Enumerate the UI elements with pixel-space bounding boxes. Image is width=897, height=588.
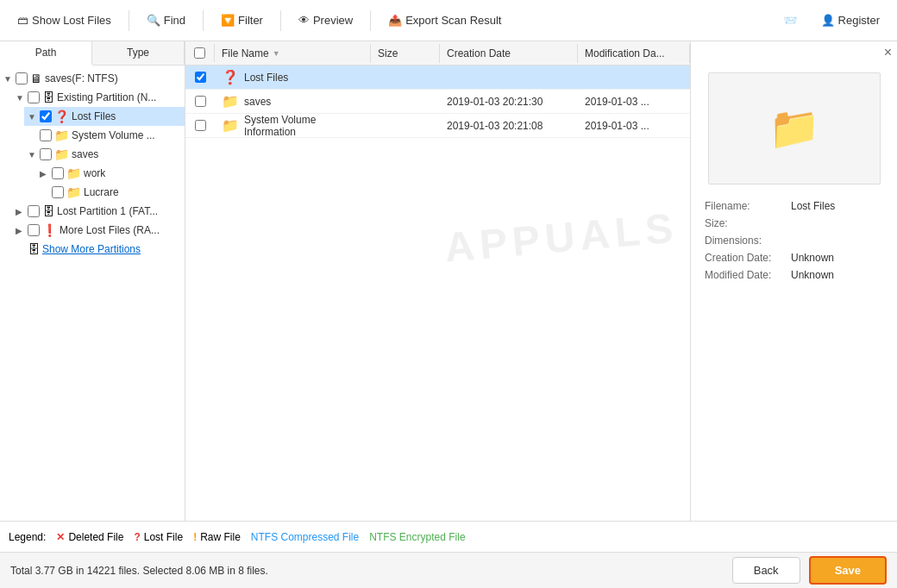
lost-partition-label: Lost Partition 1 (FAT... xyxy=(57,205,158,217)
legend-ntfs-compressed: NTFS Compressed File xyxy=(251,531,359,543)
expand-work[interactable]: ▶ xyxy=(40,169,52,178)
more-lost-label: More Lost Files (RA... xyxy=(60,224,160,236)
expand-root[interactable]: ▼ xyxy=(3,74,16,84)
preview-folder-icon: 📁 xyxy=(768,104,820,153)
main-area: Path Type ▼ 🖥 saves(F: NTFS) ▼ 🗄 Existin… xyxy=(0,41,897,521)
filename-value: Lost Files xyxy=(791,200,835,212)
legend-deleted: ✕ Deleted File xyxy=(56,531,123,543)
register-button[interactable]: 👤 Register xyxy=(812,10,888,30)
th-name[interactable]: File Name ▼ xyxy=(215,44,371,63)
toolbar: 🗃 Show Lost Files 🔍 Find 🔽 Filter 👁 Prev… xyxy=(0,0,897,41)
tree-row-show-more[interactable]: 🗄 Show More Partitions xyxy=(12,240,185,259)
separator-3 xyxy=(280,10,281,31)
export-label: Export Scan Result xyxy=(405,14,501,27)
tree-row-more-lost[interactable]: ▶ ❗ More Lost Files (RA... xyxy=(12,221,185,240)
partition-icon: 🗄 xyxy=(42,91,54,104)
export-button[interactable]: 📤 Export Scan Result xyxy=(380,10,510,30)
expand-more-lost[interactable]: ▶ xyxy=(16,226,28,235)
row0-check[interactable] xyxy=(185,68,215,86)
expand-existing[interactable]: ▼ xyxy=(16,93,28,103)
filter-icon: 🔽 xyxy=(221,14,235,27)
toolbar-right: 📨 👤 Register xyxy=(775,10,888,30)
tree-row-lost-partition[interactable]: ▶ 🗄 Lost Partition 1 (FAT... xyxy=(12,202,185,221)
bottom-bar: Total 3.77 GB in 14221 files. Selected 8… xyxy=(0,552,897,588)
expand-lost-partition[interactable]: ▶ xyxy=(16,207,28,216)
lost-partition-icon: 🗄 xyxy=(42,204,54,218)
row1-created: 2019-01-03 20:21:30 xyxy=(440,92,578,111)
sysvolume-label: System Volume ... xyxy=(72,129,155,141)
tab-bar: Path Type xyxy=(0,41,185,66)
lost-files-label: Lost Files xyxy=(72,110,116,122)
raw-label: Raw File xyxy=(200,531,241,543)
sort-arrow-name: ▼ xyxy=(273,49,280,58)
row2-checkbox[interactable] xyxy=(195,120,206,131)
table-row[interactable]: 📁 System Volume Information 2019-01-03 2… xyxy=(185,114,690,138)
save-button[interactable]: Save xyxy=(809,556,887,585)
file-list-area: File Name ▼ Size Creation Date Modificat… xyxy=(185,41,690,521)
preview-close[interactable]: × xyxy=(691,41,897,64)
filter-button[interactable]: 🔽 Filter xyxy=(212,10,272,30)
row1-modified: 2019-01-03 ... xyxy=(578,92,690,111)
check-more-lost[interactable] xyxy=(28,224,40,236)
tree-row-existing[interactable]: ▼ 🗄 Existing Partition (N... xyxy=(12,88,185,107)
preview-icon: 👁 xyxy=(298,14,310,27)
dimensions-label: Dimensions: xyxy=(705,235,791,247)
row0-checkbox[interactable] xyxy=(195,72,206,83)
close-icon[interactable]: × xyxy=(884,45,892,60)
check-sysvolume[interactable] xyxy=(40,129,52,141)
tab-path[interactable]: Path xyxy=(0,41,92,66)
th-modified[interactable]: Modification Da... xyxy=(578,44,690,63)
show-more-label[interactable]: Show More Partitions xyxy=(42,243,141,255)
lost-files-icon: ❓ xyxy=(54,109,69,123)
check-root[interactable] xyxy=(16,72,28,84)
tree-row-lost-files[interactable]: ▼ ❓ Lost Files xyxy=(24,107,185,126)
th-name-label: File Name xyxy=(222,47,269,59)
check-lucrare[interactable] xyxy=(52,186,64,198)
folder-lucrare-icon: 📁 xyxy=(66,185,81,199)
find-icon: 🔍 xyxy=(147,14,160,27)
back-button[interactable]: Back xyxy=(732,557,800,584)
row2-icon: 📁 xyxy=(222,117,239,134)
tree-row-saves[interactable]: ▼ 📁 saves xyxy=(24,145,185,164)
select-all-checkbox[interactable] xyxy=(194,47,205,59)
find-button[interactable]: 🔍 Find xyxy=(138,10,194,30)
row0-modified xyxy=(578,74,690,81)
table-row[interactable]: ❓ Lost Files xyxy=(185,66,690,90)
tree-row-lucrare[interactable]: 📁 Lucrare xyxy=(36,183,185,202)
row1-check[interactable] xyxy=(185,92,215,110)
check-lost-partition[interactable] xyxy=(28,205,40,217)
share-button[interactable]: 📨 xyxy=(775,10,806,30)
th-size[interactable]: Size xyxy=(371,44,440,63)
expand-saves[interactable]: ▼ xyxy=(28,150,40,160)
row2-check[interactable] xyxy=(185,116,215,134)
separator-4 xyxy=(370,10,371,31)
register-label: Register xyxy=(838,14,880,27)
expand-lost-files[interactable]: ▼ xyxy=(28,112,40,122)
tree-row-root[interactable]: ▼ 🖥 saves(F: NTFS) xyxy=(0,69,185,88)
check-lost-files[interactable] xyxy=(40,110,52,122)
check-saves[interactable] xyxy=(40,148,52,160)
modified-label: Modified Date: xyxy=(705,269,791,281)
th-created[interactable]: Creation Date xyxy=(440,44,578,63)
preview-button[interactable]: 👁 Preview xyxy=(290,10,361,30)
creation-label: Creation Date: xyxy=(705,252,791,264)
tree-row-sysvolume[interactable]: 📁 System Volume ... xyxy=(24,126,185,145)
preview-creation-row: Creation Date: Unknown xyxy=(705,252,883,264)
file-table-header: File Name ▼ Size Creation Date Modificat… xyxy=(185,41,690,66)
separator-2 xyxy=(203,10,204,31)
tree-row-work[interactable]: ▶ 📁 work xyxy=(36,164,185,183)
find-label: Find xyxy=(164,14,185,27)
preview-label: Preview xyxy=(313,14,353,27)
row1-checkbox[interactable] xyxy=(195,96,206,107)
show-lost-files-button[interactable]: 🗃 Show Lost Files xyxy=(9,10,120,30)
th-check xyxy=(185,44,215,62)
check-work[interactable] xyxy=(52,167,64,179)
row0-created xyxy=(440,74,578,81)
row2-name: 📁 System Volume Information xyxy=(215,110,371,141)
legend-lost: ? Lost File xyxy=(134,531,183,543)
preview-filename-row: Filename: Lost Files xyxy=(705,200,883,212)
legend-raw: ! Raw File xyxy=(193,531,241,543)
check-existing[interactable] xyxy=(28,91,40,103)
tab-type[interactable]: Type xyxy=(92,41,185,65)
export-icon: 📤 xyxy=(388,14,402,27)
